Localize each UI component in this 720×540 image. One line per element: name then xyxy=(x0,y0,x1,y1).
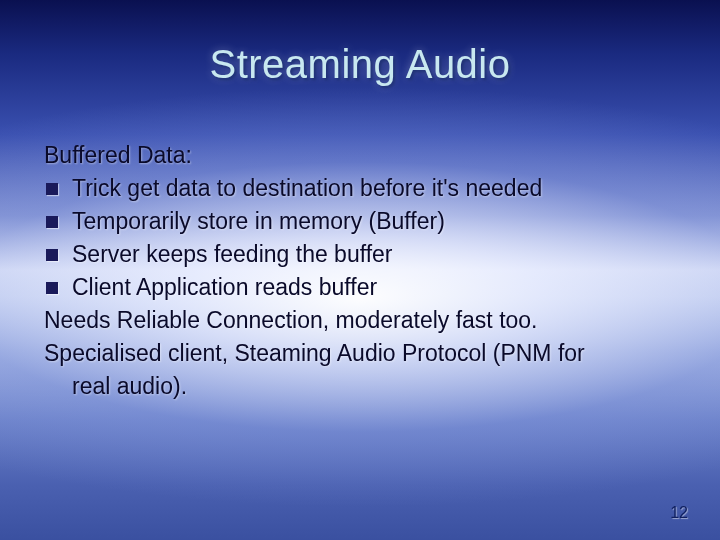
bullet-item: Trick get data to destination before it'… xyxy=(44,173,676,204)
bullet-item: Client Application reads buffer xyxy=(44,272,676,303)
slide-body: Buffered Data: Trick get data to destina… xyxy=(44,140,676,404)
square-bullet-icon xyxy=(46,249,58,261)
bullet-text: Client Application reads buffer xyxy=(72,272,676,303)
bullet-text: Server keeps feeding the buffer xyxy=(72,239,676,270)
square-bullet-icon xyxy=(46,216,58,228)
bullet-item: Server keeps feeding the buffer xyxy=(44,239,676,270)
intro-text: Buffered Data: xyxy=(44,140,676,171)
bullet-item: Temporarily store in memory (Buffer) xyxy=(44,206,676,237)
bullet-text: Trick get data to destination before it'… xyxy=(72,173,676,204)
outro-text-1: Needs Reliable Connection, moderately fa… xyxy=(44,305,676,336)
square-bullet-icon xyxy=(46,183,58,195)
slide-title: Streaming Audio xyxy=(0,42,720,87)
bullet-text: Temporarily store in memory (Buffer) xyxy=(72,206,676,237)
outro-text-2-line1: Specialised client, Steaming Audio Proto… xyxy=(44,338,676,369)
outro-text-2-line2: real audio). xyxy=(44,371,676,402)
square-bullet-icon xyxy=(46,282,58,294)
page-number: 12 xyxy=(670,504,688,522)
slide: Streaming Audio Buffered Data: Trick get… xyxy=(0,0,720,540)
